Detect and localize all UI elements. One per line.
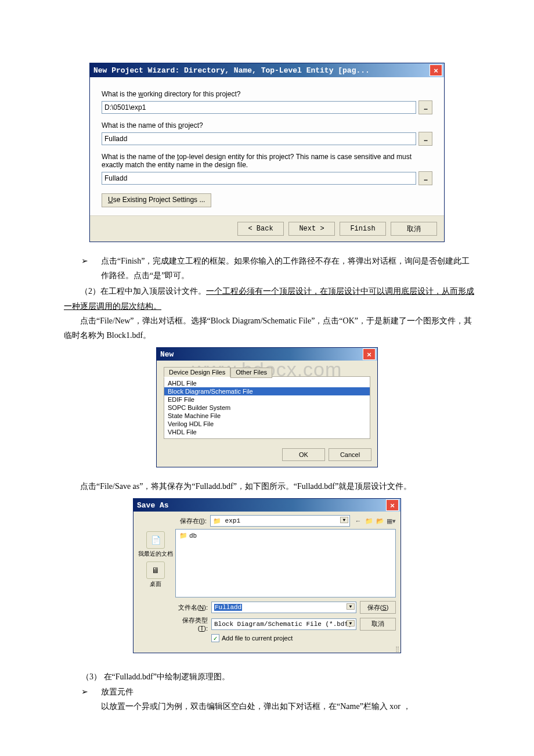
- list-item[interactable]: Block Diagram/Schematic File: [164, 387, 370, 395]
- save-as-titlebar: Save As ×: [134, 499, 400, 512]
- file-list[interactable]: 📁db: [175, 529, 396, 597]
- working-dir-label: What is the working directory for this p…: [102, 90, 432, 98]
- list-item[interactable]: AHDL File: [164, 379, 370, 387]
- new-dialog-titlebar: New ×: [157, 348, 377, 361]
- folder-icon: 📁: [179, 532, 187, 539]
- bullet-icon: ➢: [64, 685, 101, 699]
- new-dialog-title: New: [160, 350, 174, 359]
- resize-grip-icon[interactable]: ⣿: [134, 647, 400, 653]
- up-folder-icon[interactable]: 📁: [365, 516, 374, 525]
- new-folder-icon[interactable]: 📂: [376, 516, 385, 525]
- close-icon[interactable]: ×: [386, 499, 399, 511]
- paragraph-step3: （3） 在“Fulladd.bdf”中绘制逻辑原理图。: [64, 669, 476, 684]
- add-file-label: Add file to current project: [222, 635, 293, 642]
- cancel-button[interactable]: 取消: [391, 222, 437, 236]
- views-icon[interactable]: ▦▾: [387, 516, 396, 525]
- close-icon[interactable]: ×: [430, 64, 442, 76]
- filename-label: 文件名(N):: [175, 603, 208, 612]
- new-dialog: www.bdocx.com New × Device Design Files …: [156, 347, 378, 467]
- folder-icon: 📁: [213, 517, 221, 525]
- folder-item[interactable]: 📁db: [179, 532, 392, 539]
- desktop-label: 桌面: [138, 580, 173, 588]
- top-entity-label: What is the name of the top-level design…: [102, 153, 432, 169]
- list-item[interactable]: SOPC Builder System: [164, 404, 370, 412]
- tab-other-files[interactable]: Other Files: [230, 368, 272, 378]
- save-in-label: 保存在(I):: [175, 517, 207, 525]
- top-entity-input[interactable]: Fulladd: [102, 172, 416, 185]
- list-item[interactable]: Verilog HDL File: [164, 420, 370, 428]
- browse-entity-button[interactable]: ...: [418, 171, 432, 185]
- paragraph-step2: （2）在工程中加入顶层设计文件。一个工程必须有一个顶层设计，在顶层设计中可以调用…: [64, 284, 476, 313]
- bullet-icon: ➢: [64, 254, 101, 283]
- desktop-icon[interactable]: 🖥: [146, 561, 165, 579]
- add-file-checkbox[interactable]: ✓: [211, 634, 219, 642]
- new-project-wizard-dialog: New Project Wizard: Directory, Name, Top…: [89, 63, 445, 242]
- back-button[interactable]: < Back: [237, 222, 284, 236]
- list-item[interactable]: State Machine File: [164, 412, 370, 420]
- finish-button[interactable]: Finish: [340, 222, 386, 236]
- project-name-input[interactable]: Fulladd: [102, 132, 416, 145]
- tab-device-design-files[interactable]: Device Design Files: [164, 367, 230, 377]
- project-name-label: What is the name of this project?: [102, 121, 432, 129]
- filetype-combo[interactable]: Block Diagram/Schematic File (*.bdf): [211, 618, 356, 630]
- list-item[interactable]: EDIF File: [164, 395, 370, 404]
- save-in-combo[interactable]: 📁 exp1: [210, 515, 350, 527]
- use-existing-settings-button[interactable]: Use Existing Project Settings ...: [102, 193, 211, 207]
- recent-docs-icon[interactable]: 📄: [146, 531, 165, 549]
- wizard-title-text: New Project Wizard: Directory, Name, Top…: [93, 66, 370, 75]
- file-type-list[interactable]: AHDL File Block Diagram/Schematic File E…: [164, 376, 370, 439]
- save-as-title: Save As: [137, 501, 169, 510]
- recent-docs-label: 我最近的文档: [138, 550, 173, 558]
- next-button[interactable]: Next >: [288, 222, 335, 236]
- list-item[interactable]: VHDL File: [164, 428, 370, 436]
- close-icon[interactable]: ×: [363, 348, 376, 360]
- ok-button[interactable]: OK: [282, 448, 325, 461]
- paragraph-xor: 以放置一个异或门为例，双击编辑区空白处，弹出如下对话框，在“Name”栏输入 x…: [64, 699, 476, 714]
- save-as-dialog: Save As × 📄 我最近的文档 🖥 桌面 保存在(I): 📁 exp1: [133, 498, 401, 653]
- save-button[interactable]: 保存(S): [360, 601, 396, 614]
- paragraph-save-as: 点击“File/Save as”，将其保存为“Fulladd.bdf”，如下图所…: [64, 479, 476, 494]
- paragraph-place-component: 放置元件: [101, 685, 476, 699]
- cancel-button[interactable]: 取消: [360, 618, 396, 631]
- back-arrow-icon[interactable]: ←: [353, 516, 363, 525]
- filetype-label: 保存类型(T):: [175, 616, 208, 632]
- places-bar: 📄 我最近的文档 🖥 桌面: [138, 515, 173, 642]
- filename-input[interactable]: Fulladd: [211, 602, 356, 613]
- browse-project-button[interactable]: ...: [418, 132, 432, 146]
- browse-dir-button[interactable]: ...: [418, 100, 432, 114]
- wizard-titlebar: New Project Wizard: Directory, Name, Top…: [90, 63, 444, 77]
- cancel-button[interactable]: Cancel: [329, 448, 371, 461]
- working-dir-input[interactable]: D:\0501\exp1: [102, 101, 416, 114]
- paragraph-finish: 点击“Finish”，完成建立工程的框架。如果你输入的工作路径不存在，将弹出对话…: [101, 254, 476, 283]
- paragraph-file-new: 点击“File/New”，弹出对话框。选择“Block Diagram/Sche…: [64, 314, 476, 343]
